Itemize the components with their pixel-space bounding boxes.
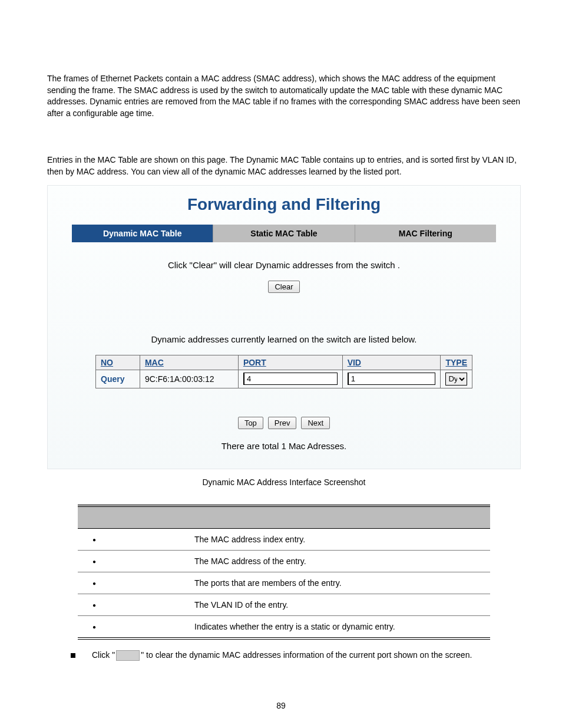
def-desc: The ports that are members of the entry. (194, 578, 485, 588)
cell-mac: 9C:F6:1A:00:03:12 (140, 370, 238, 388)
learned-instruction: Dynamic addresses currently learned on t… (48, 334, 520, 344)
bullet-icon: ● (82, 535, 106, 543)
bullet-icon: ● (82, 578, 106, 587)
col-no[interactable]: NO (101, 358, 113, 367)
tab-mac-filtering[interactable]: MAC Filtering (355, 225, 496, 242)
bullet-icon: ● (82, 600, 106, 608)
tab-dynamic-mac[interactable]: Dynamic MAC Table (72, 225, 213, 242)
tab-bar: Dynamic MAC Table Static MAC Table MAC F… (72, 225, 496, 242)
list-item: ● Indicates whether the entry is a stati… (78, 616, 490, 640)
top-button[interactable]: Top (238, 417, 263, 429)
definition-table: ● The MAC address index entry. ● The MAC… (78, 505, 490, 640)
panel-title: Forwarding and Filtering (48, 195, 520, 214)
clear-button[interactable]: Clear (268, 281, 299, 293)
next-button[interactable]: Next (301, 417, 330, 429)
prev-button[interactable]: Prev (268, 417, 297, 429)
list-item: ● The ports that are members of the entr… (78, 572, 490, 594)
note-post: " to clear the dynamic MAC addresses inf… (141, 650, 472, 660)
def-desc: Indicates whether the entry is a static … (194, 622, 485, 631)
screenshot-panel: Forwarding and Filtering Dynamic MAC Tab… (47, 185, 521, 469)
def-desc: The MAC address index entry. (194, 535, 485, 544)
col-type[interactable]: TYPE (445, 358, 467, 367)
port-input[interactable] (243, 373, 338, 385)
page-number: 89 (0, 701, 562, 710)
def-desc: The MAC address of the entry. (194, 556, 485, 566)
col-vid[interactable]: VID (348, 358, 361, 367)
tab-static-mac[interactable]: Static MAC Table (213, 225, 355, 242)
table-row: Query 9C:F6:1A:00:03:12 Dynamic (96, 370, 472, 388)
total-text: There are total 1 Mac Adresses. (48, 441, 520, 451)
square-bullet-icon (71, 653, 75, 658)
intro-paragraph-2: Entries in the MAC Table are shown on th… (47, 154, 521, 177)
list-item: ● The VLAN ID of the entry. (78, 594, 490, 616)
row-label: Query (96, 370, 140, 388)
figure-caption: Dynamic MAC Address Interface Screenshot (47, 477, 521, 487)
bullet-icon: ● (82, 622, 106, 630)
note-pre: Click " (92, 650, 115, 660)
def-desc: The VLAN ID of the entry. (194, 600, 485, 610)
type-select[interactable]: Dynamic (445, 373, 467, 386)
intro2a: Entries in the MAC Table are shown on th… (47, 155, 377, 164)
col-mac[interactable]: MAC (145, 358, 164, 367)
bullet-icon: ● (82, 556, 106, 565)
vid-input[interactable] (348, 373, 436, 385)
mac-table: NO MAC PORT VID TYPE Query 9C:F6:1A:00:0… (95, 355, 472, 388)
redacted-button-placeholder (116, 650, 140, 661)
definition-header (78, 505, 490, 529)
col-port[interactable]: PORT (243, 358, 266, 367)
list-item: ● The MAC address index entry. (78, 529, 490, 551)
clear-instruction: Click "Clear" will clear Dynamic address… (48, 260, 520, 270)
list-item: ● The MAC address of the entry. (78, 551, 490, 572)
clear-note: Click "" to clear the dynamic MAC addres… (47, 640, 521, 661)
table-header-row: NO MAC PORT VID TYPE (96, 355, 472, 370)
intro-paragraph-1: The frames of Ethernet Packets contain a… (47, 73, 521, 119)
